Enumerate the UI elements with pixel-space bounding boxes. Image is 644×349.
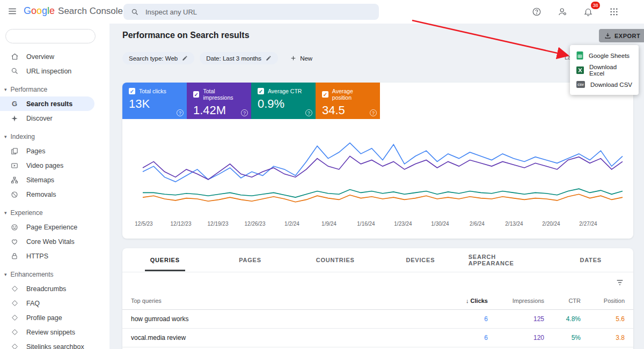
sidebar-nav: Overview URL inspection ▾ Performance G … (0, 49, 109, 349)
sidebar-item-review-snippets[interactable]: Review snippets (0, 325, 109, 339)
column-header-ctr[interactable]: CTR (544, 298, 581, 304)
date-filter-chip[interactable]: Date: Last 3 months (200, 52, 278, 64)
notification-count-badge: 38 (591, 2, 600, 9)
url-inspect-searchbar[interactable] (123, 4, 379, 20)
tab-search-appearance[interactable]: SEARCH APPEARANCE (463, 248, 548, 272)
enhancement-tag-icon (10, 285, 19, 292)
new-filter-button[interactable]: New (283, 52, 319, 64)
sidebar-item-label: Sitemaps (26, 176, 54, 184)
sidebar-item-sitelinks-searchbox[interactable]: Sitelinks searchbox (0, 339, 109, 349)
checkbox-checked-icon[interactable]: ✓ (322, 91, 328, 98)
sidebar-item-profile-page[interactable]: Profile page (0, 310, 109, 325)
magnifier-icon (10, 67, 19, 75)
tab-queries[interactable]: QUERIES (122, 248, 208, 272)
help-circle-icon[interactable]: ? (241, 109, 248, 116)
search-input[interactable] (145, 8, 349, 16)
logo-letter: g (42, 5, 47, 16)
menu-item-download-excel[interactable]: Download Excel (570, 63, 639, 77)
chevron-down-icon: ▾ (4, 87, 7, 92)
logo-letter: o (36, 5, 42, 16)
property-selector-dropdown[interactable] (5, 29, 96, 43)
sidebar-item-label: Sitelinks searchbox (26, 343, 84, 349)
x-axis-label: 2/6/24 (470, 221, 485, 227)
x-axis-label: 12/12/23 (171, 221, 192, 227)
column-header-top-queries[interactable]: Top queries (131, 298, 423, 304)
sidebar-item-pages[interactable]: Pages (0, 144, 109, 158)
sidebar-item-removals[interactable]: Removals (0, 187, 109, 202)
help-icon[interactable] (528, 3, 545, 20)
download-icon (604, 32, 611, 39)
filter-chips-row: Search type: Web Date: Last 3 months New (122, 52, 319, 64)
user-settings-icon[interactable] (554, 3, 571, 20)
sidebar-item-label: Overview (26, 53, 54, 61)
hamburger-menu-icon[interactable] (8, 6, 17, 16)
sidebar-item-https[interactable]: HTTPS (0, 249, 109, 263)
chevron-down-icon: ▾ (4, 272, 7, 277)
x-axis-label: 2/20/24 (542, 221, 560, 227)
export-button[interactable]: EXPORT (599, 29, 644, 42)
menu-item-download-csv[interactable]: CSV Download CSV (570, 77, 639, 92)
tab-countries[interactable]: COUNTRIES (292, 248, 378, 272)
sidebar-item-label: HTTPS (26, 253, 48, 260)
checkbox-checked-icon[interactable]: ✓ (193, 91, 199, 98)
app-logo[interactable]: Google Search Console (24, 5, 123, 17)
apps-grid-icon[interactable] (605, 3, 623, 20)
filter-list-icon[interactable] (614, 277, 626, 288)
sidebar-item-core-web-vitals[interactable]: Core Web Vitals (0, 234, 109, 249)
enhancement-tag-icon (10, 343, 19, 349)
column-header-impressions[interactable]: Impressions (488, 298, 544, 304)
query-cell[interactable]: vocal.media review (131, 334, 423, 341)
column-header-clicks[interactable]: ↓ Clicks (423, 298, 488, 304)
sidebar-item-faq[interactable]: FAQ (0, 296, 109, 310)
total-clicks-card[interactable]: ✓ Total clicks 13K ? (122, 83, 187, 119)
menu-item-google-sheets[interactable]: Google Sheets (570, 48, 639, 63)
chart-line-clicks (143, 143, 623, 182)
table-header-row: Top queries ↓ Clicks Impressions CTR Pos… (122, 292, 633, 310)
sidebar-item-video-pages[interactable]: Video pages (0, 158, 109, 173)
sidebar-section-indexing[interactable]: ▾ Indexing (0, 130, 109, 144)
help-circle-icon[interactable]: ? (370, 109, 377, 116)
sidebar-item-sitemaps[interactable]: Sitemaps (0, 173, 109, 187)
sidebar-item-url-inspection[interactable]: URL inspection (0, 64, 109, 78)
table-row[interactable]: how gumroad works 6 125 4.8% 5.6 (122, 310, 633, 329)
enhancement-tag-icon (10, 329, 19, 336)
metric-value: 0.9% (258, 97, 309, 111)
block-icon (10, 191, 19, 198)
sidebar-section-experience[interactable]: ▾ Experience (0, 206, 109, 220)
sidebar-item-search-results[interactable]: G Search results (0, 96, 94, 111)
tab-dates[interactable]: DATES (548, 248, 633, 272)
metric-label: Total impressions (203, 88, 245, 101)
table-row[interactable]: vocal.media review 6 120 5% 3.8 (122, 329, 633, 347)
tab-pages[interactable]: PAGES (208, 248, 293, 272)
total-impressions-card[interactable]: ✓ Total impressions 1.42M ? (187, 83, 251, 119)
section-label: Performance (11, 86, 48, 93)
x-axis-label: 12/5/23 (135, 221, 152, 227)
sidebar-item-page-experience[interactable]: Page Experience (0, 220, 109, 234)
notifications-bell-icon[interactable]: 38 (580, 3, 597, 20)
checkbox-checked-icon[interactable]: ✓ (258, 88, 264, 94)
x-axis-label: 12/26/23 (245, 221, 266, 227)
average-position-card[interactable]: ✓ Average position 34.5 ? (316, 83, 380, 119)
average-ctr-card[interactable]: ✓ Average CTR 0.9% ? (251, 83, 316, 119)
help-circle-icon[interactable]: ? (305, 109, 312, 116)
position-cell: 3.8 (581, 334, 625, 341)
sidebar-item-overview[interactable]: Overview (0, 49, 109, 64)
tab-label: QUERIES (145, 249, 185, 271)
column-header-position[interactable]: Position (581, 298, 625, 304)
chip-label: Date: Last 3 months (206, 55, 261, 62)
menu-item-label: Google Sheets (589, 53, 630, 59)
chip-label: Search type: Web (129, 55, 178, 62)
help-circle-icon[interactable]: ? (177, 109, 184, 116)
impressions-cell: 125 (488, 315, 544, 323)
sidebar-section-enhancements[interactable]: ▾ Enhancements (0, 268, 109, 281)
sidebar-section-performance[interactable]: ▾ Performance (0, 83, 109, 96)
checkbox-checked-icon[interactable]: ✓ (129, 88, 135, 94)
sidebar-item-discover[interactable]: Discover (0, 111, 109, 125)
sidebar-item-breadcrumbs[interactable]: Breadcrumbs (0, 281, 109, 296)
tab-devices[interactable]: DEVICES (378, 248, 463, 272)
sidebar-item-label: Core Web Vitals (26, 238, 75, 246)
query-cell[interactable]: how gumroad works (131, 315, 423, 323)
tab-label: SEARCH APPEARANCE (463, 246, 548, 274)
search-type-filter-chip[interactable]: Search type: Web (122, 52, 194, 64)
video-icon (10, 162, 19, 169)
